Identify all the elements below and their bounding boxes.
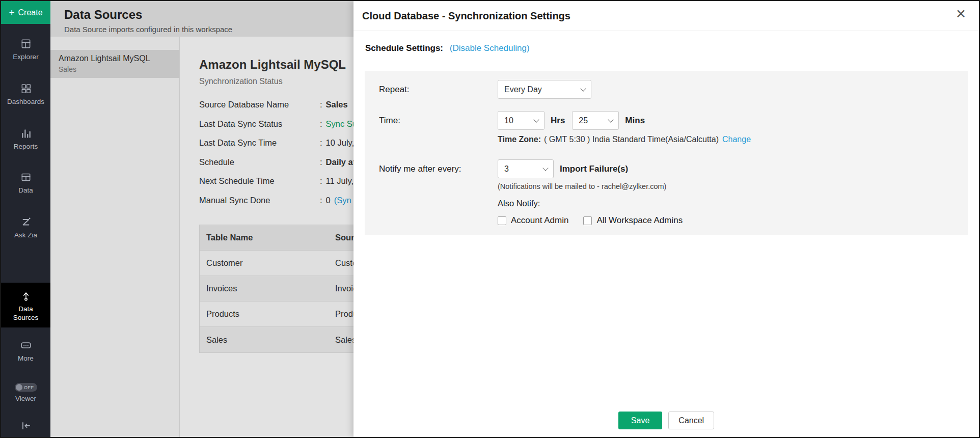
- ask-zia-icon: [1, 216, 50, 228]
- modal-title: Cloud Database - Synchronization Setting…: [353, 1, 979, 31]
- collapse-arrow-icon: [1, 420, 50, 432]
- viewer-toggle[interactable]: OFF: [15, 383, 37, 392]
- also-notify-label: Also Notify:: [498, 199, 968, 208]
- workspace-admins-option: All Workspace Admins: [583, 215, 683, 226]
- create-button-label: Create: [18, 8, 43, 17]
- data-table-icon: [1, 171, 50, 183]
- chevron-down-icon: [533, 117, 539, 122]
- cancel-button[interactable]: Cancel: [668, 412, 714, 429]
- hours-value: 10: [504, 116, 513, 125]
- schedule-settings-label: Schedule Settings:: [365, 43, 443, 53]
- dashboards-icon: [1, 83, 50, 95]
- sidebar-item-ask-zia[interactable]: Ask Zia: [1, 216, 50, 240]
- reports-icon: [1, 127, 50, 140]
- close-icon[interactable]: ✕: [956, 8, 966, 20]
- workspace-admins-checkbox[interactable]: [583, 216, 592, 225]
- sidebar-item-label: Dashboards: [1, 98, 50, 106]
- sidebar-item-data-sources[interactable]: Data Sources: [1, 283, 50, 327]
- toggle-knob: [16, 384, 22, 391]
- sidebar-item-reports[interactable]: Reports: [1, 127, 50, 151]
- disable-scheduling-link[interactable]: (Disable Scheduling): [450, 43, 530, 53]
- data-sources-icon: [1, 290, 50, 302]
- minutes-select[interactable]: 25: [572, 111, 619, 130]
- sidebar-item-label: More: [1, 354, 50, 363]
- hours-unit-label: Hrs: [551, 116, 565, 126]
- notify-row: Notify me after every: 3 Import Failure(…: [379, 159, 968, 178]
- sidebar-item-label: Explorer: [1, 53, 50, 62]
- timezone-line: Time Zone:( GMT 5:30 ) India Standard Ti…: [498, 135, 968, 144]
- explorer-icon: [1, 38, 50, 50]
- time-row: Time: 10 Hrs 25 Mins: [379, 111, 968, 130]
- timezone-value: ( GMT 5:30 ) India Standard Time(Asia/Ca…: [544, 135, 719, 144]
- failure-count-value: 3: [504, 165, 509, 174]
- modal-footer: Save Cancel: [353, 412, 979, 429]
- modal-header: Cloud Database - Synchronization Setting…: [353, 1, 979, 31]
- sidebar-item-label: Ask Zia: [1, 231, 50, 240]
- chevron-down-icon: [580, 86, 586, 91]
- schedule-settings-row: Schedule Settings: (Disable Scheduling): [365, 43, 979, 53]
- sync-settings-modal: Cloud Database - Synchronization Setting…: [353, 1, 979, 437]
- timezone-label: Time Zone:: [498, 135, 541, 144]
- sidebar-item-more[interactable]: More: [1, 339, 50, 363]
- sidebar-item-label: Data: [1, 186, 50, 195]
- account-admin-checkbox[interactable]: [498, 216, 506, 225]
- notify-label: Notify me after every:: [379, 164, 498, 174]
- repeat-row: Repeat: Every Day: [379, 80, 968, 99]
- sidebar-item-label: Data Sources: [9, 305, 43, 322]
- sidebar: + Create Explorer Dashboards Reports: [1, 1, 50, 437]
- minutes-unit-label: Mins: [625, 116, 645, 126]
- chevron-down-icon: [608, 117, 614, 122]
- chevron-down-icon: [542, 165, 548, 171]
- save-button[interactable]: Save: [618, 412, 662, 429]
- sidebar-collapse-button[interactable]: [1, 420, 50, 435]
- minutes-value: 25: [579, 116, 588, 125]
- repeat-select[interactable]: Every Day: [498, 80, 591, 99]
- hours-select[interactable]: 10: [498, 111, 545, 130]
- sidebar-viewer-section: OFF Viewer: [1, 383, 50, 403]
- failure-count-select[interactable]: 3: [498, 159, 554, 178]
- repeat-label: Repeat:: [379, 85, 498, 95]
- app-window: + Create Explorer Dashboards Reports: [0, 0, 980, 438]
- time-label: Time:: [379, 116, 498, 126]
- create-button[interactable]: + Create: [1, 1, 50, 24]
- notification-note: (Notifications will be mailed to - rache…: [498, 182, 968, 190]
- modal-body: Schedule Settings: (Disable Scheduling) …: [353, 31, 979, 235]
- repeat-value: Every Day: [504, 85, 542, 94]
- toggle-state-label: OFF: [24, 385, 34, 390]
- workspace-admins-label: All Workspace Admins: [596, 215, 683, 226]
- sidebar-item-dashboards[interactable]: Dashboards: [1, 83, 50, 106]
- sidebar-item-explorer[interactable]: Explorer: [1, 38, 50, 62]
- more-icon: [1, 339, 50, 351]
- plus-icon: +: [9, 8, 14, 17]
- timezone-change-link[interactable]: Change: [722, 135, 751, 144]
- account-admin-label: Account Admin: [511, 215, 568, 226]
- viewer-label: Viewer: [1, 395, 50, 403]
- also-notify-options: Account Admin All Workspace Admins: [498, 215, 968, 226]
- sidebar-item-data[interactable]: Data: [1, 171, 50, 195]
- sidebar-item-label: Reports: [1, 143, 50, 151]
- account-admin-option: Account Admin: [498, 215, 568, 226]
- schedule-form: Repeat: Every Day Time: 10 Hrs 25: [365, 71, 968, 235]
- import-failures-label: Import Failure(s): [560, 164, 628, 174]
